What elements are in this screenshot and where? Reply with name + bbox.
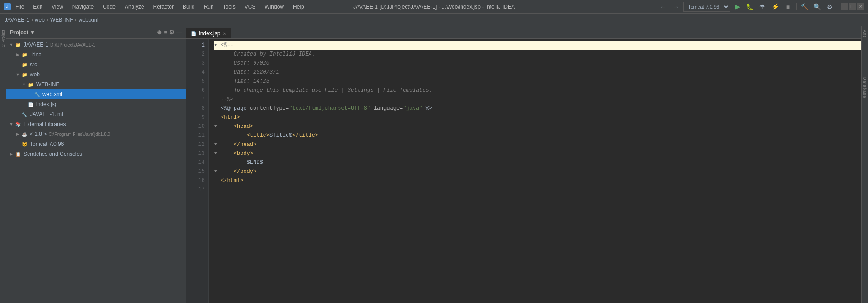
line-numbers: 1 2 3 4 5 6 7 8 9 10 11 12 13 14 15 16 1… bbox=[186, 39, 209, 303]
menu-analyze[interactable]: Analyze bbox=[123, 3, 146, 11]
nav-back-button[interactable]: ← bbox=[658, 2, 669, 12]
run-config-select[interactable]: Tomcat 7.0.96 bbox=[683, 2, 730, 12]
profile-button[interactable]: ⚡ bbox=[770, 2, 781, 12]
tree-arrow-jdk18[interactable]: ▶ bbox=[14, 132, 21, 136]
tree-item-jdk18[interactable]: ▶ ☕ < 1.8 > C:\Program Files\Java\jdk1.8… bbox=[6, 129, 186, 139]
tree-item-idea[interactable]: ▶ 📁 .idea bbox=[6, 50, 186, 60]
code-text-12b: </head> bbox=[234, 140, 256, 149]
tree-item-web[interactable]: ▼ 📁 web bbox=[6, 70, 186, 79]
breadcrumb-item-webxml[interactable]: web.xml bbox=[79, 17, 99, 23]
menu-tools[interactable]: Tools bbox=[221, 3, 237, 11]
fold-10[interactable]: ▼ bbox=[214, 122, 221, 131]
code-text-12a bbox=[221, 140, 234, 149]
build-button[interactable]: 🔨 bbox=[799, 2, 810, 12]
extlibs-icon: 📚 bbox=[14, 121, 22, 128]
tab-indexjsp[interactable]: 📄 index.jsp ✕ bbox=[186, 28, 231, 38]
menu-code[interactable]: Code bbox=[101, 3, 118, 11]
code-text-9a: <html> bbox=[221, 113, 240, 122]
run-button[interactable]: ▶ bbox=[732, 2, 743, 12]
tree-item-extlibs[interactable]: ▼ 📚 External Libraries bbox=[6, 119, 186, 129]
project-panel-label[interactable]: 1: Project bbox=[1, 30, 5, 47]
tree-arrow-webinf[interactable]: ▼ bbox=[21, 82, 27, 87]
fold-3 bbox=[214, 59, 221, 68]
tree-item-iml[interactable]: 🔧 JAVAEE-1.iml bbox=[6, 109, 186, 119]
close-button[interactable]: ✕ bbox=[857, 3, 864, 10]
tree-arrow-idea[interactable]: ▶ bbox=[14, 52, 21, 57]
tree-item-src[interactable]: 📁 src bbox=[6, 60, 186, 70]
tree-path-jdk18: C:\Program Files\Java\jdk1.8.0 bbox=[48, 132, 110, 137]
settings-icon[interactable]: ⚙ bbox=[169, 29, 175, 36]
tree-arrow-extlibs[interactable]: ▼ bbox=[8, 122, 14, 126]
fold-1[interactable]: ▼ bbox=[214, 41, 221, 50]
minimize-button[interactable]: — bbox=[841, 3, 848, 10]
tree-label-indexjsp: index.jsp bbox=[36, 101, 57, 107]
tree-item-javaee1[interactable]: ▼ 📁 JAVAEE-1 D:\IJProject\JAVAEE-1 bbox=[6, 40, 186, 50]
code-line-16: </html> bbox=[214, 176, 861, 185]
ant-panel-label[interactable]: Ant bbox=[863, 28, 867, 39]
editor-tabs: 📄 index.jsp ✕ bbox=[186, 26, 861, 39]
nav-forward-button[interactable]: → bbox=[670, 2, 681, 12]
tree-label-tomcat: Tomcat 7.0.96 bbox=[30, 141, 64, 147]
breadcrumb-item-project[interactable]: JAVAEE-1 bbox=[5, 17, 29, 23]
app-icon: J bbox=[4, 3, 11, 10]
collapse-all-icon[interactable]: ≡ bbox=[164, 29, 167, 36]
tree-item-indexjsp[interactable]: 📄 index.jsp bbox=[6, 99, 186, 109]
folder-icon-javaee1: 📁 bbox=[14, 41, 22, 48]
tree-arrow-javaee1[interactable]: ▼ bbox=[8, 42, 14, 47]
tree-label-javaee1: JAVAEE-1 bbox=[24, 42, 48, 48]
menu-refactor[interactable]: Refactor bbox=[151, 3, 175, 11]
tab-close-indexjsp[interactable]: ✕ bbox=[223, 31, 226, 36]
tree-item-webxml[interactable]: 🔧 web.xml bbox=[6, 89, 186, 99]
jdk-icon: ☕ bbox=[21, 131, 28, 138]
window-title: JAVAEE-1 [D:\IJProject\JAVAEE-1] - ...\w… bbox=[353, 4, 515, 10]
database-panel-label[interactable]: Database bbox=[863, 75, 867, 100]
maximize-button[interactable]: ☐ bbox=[849, 3, 856, 10]
menu-window[interactable]: Window bbox=[263, 3, 286, 11]
tree-item-tomcat[interactable]: 🐱 Tomcat 7.0.96 bbox=[6, 139, 186, 149]
tree-arrow-scratches[interactable]: ▶ bbox=[8, 152, 14, 156]
settings-button[interactable]: ⚙ bbox=[825, 2, 835, 12]
line-num-8: 8 bbox=[186, 104, 208, 113]
code-line-7: --%> bbox=[214, 95, 861, 104]
code-text-4: Date: 2020/3/1 bbox=[221, 68, 279, 77]
menu-navigate[interactable]: Navigate bbox=[71, 3, 95, 11]
menu-view[interactable]: View bbox=[50, 3, 65, 11]
locate-icon[interactable]: ⊕ bbox=[157, 29, 162, 36]
breadcrumb-item-webinf[interactable]: WEB-INF bbox=[50, 17, 73, 23]
code-line-15: ▼ </body> bbox=[214, 167, 861, 176]
fold-6 bbox=[214, 86, 221, 95]
fold-13[interactable]: ▼ bbox=[214, 149, 221, 158]
code-text-1: <%-- bbox=[221, 41, 234, 50]
project-dropdown-icon[interactable]: ▼ bbox=[30, 29, 35, 36]
breadcrumb-item-web[interactable]: web bbox=[35, 17, 45, 23]
menu-help[interactable]: Help bbox=[291, 3, 306, 11]
tree-arrow-web[interactable]: ▼ bbox=[14, 72, 21, 77]
code-text-11d: </title> bbox=[292, 131, 318, 140]
fold-15[interactable]: ▼ bbox=[214, 167, 221, 176]
menu-file[interactable]: File bbox=[14, 3, 26, 11]
stop-button[interactable]: ■ bbox=[783, 2, 793, 12]
code-text-8b: contentType= bbox=[250, 104, 289, 113]
tree-item-scratches[interactable]: ▶ 📋 Scratches and Consoles bbox=[6, 149, 186, 159]
coverage-button[interactable]: ☂ bbox=[757, 2, 768, 12]
fold-14 bbox=[214, 158, 221, 167]
fold-5 bbox=[214, 77, 221, 86]
menu-vcs[interactable]: VCS bbox=[243, 3, 258, 11]
search-everywhere-button[interactable]: 🔍 bbox=[812, 2, 823, 12]
debug-button[interactable]: 🐛 bbox=[745, 2, 755, 12]
menu-edit[interactable]: Edit bbox=[31, 3, 44, 11]
tree-path-javaee1: D:\IJProject\JAVAEE-1 bbox=[50, 42, 95, 47]
tab-label-indexjsp: index.jsp bbox=[199, 30, 220, 37]
code-text-16: </html> bbox=[221, 176, 243, 185]
code-line-9: <html> bbox=[214, 113, 861, 122]
menu-run[interactable]: Run bbox=[202, 3, 216, 11]
menu-build[interactable]: Build bbox=[181, 3, 197, 11]
code-editor[interactable]: ▼ <%-- Created by IntelliJ IDEA. User: 9… bbox=[209, 39, 861, 303]
code-line-11: <title>$Title$</title> bbox=[214, 131, 861, 140]
titlebar: J File Edit View Navigate Code Analyze R… bbox=[0, 0, 868, 14]
code-line-13: ▼ <body> bbox=[214, 149, 861, 158]
fold-12[interactable]: ▼ bbox=[214, 140, 221, 149]
code-text-14: $END$ bbox=[221, 158, 263, 167]
tree-item-webinf[interactable]: ▼ 📁 WEB-INF bbox=[6, 79, 186, 89]
hide-icon[interactable]: — bbox=[176, 29, 182, 36]
